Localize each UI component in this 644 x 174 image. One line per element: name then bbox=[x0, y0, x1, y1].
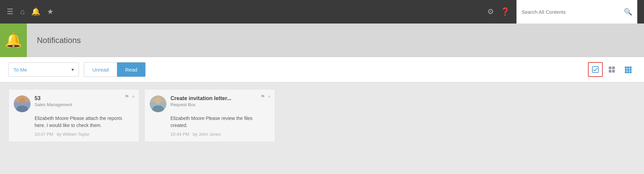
notification-card-1: 53 Sales Management ⚑ + Elizabeth Moore … bbox=[8, 89, 139, 142]
search-button[interactable]: 🔍 bbox=[624, 8, 632, 16]
card-actions-2: ⚑ + bbox=[260, 93, 271, 100]
bell-icon-box: 🔔 bbox=[0, 24, 27, 57]
bell-nav-icon[interactable]: 🔔 bbox=[31, 7, 40, 16]
read-tab[interactable]: Read bbox=[117, 62, 145, 77]
checkbox-view-icon bbox=[592, 66, 599, 73]
svg-rect-13 bbox=[630, 71, 632, 73]
card-footer-2: 10:44 PM by John Jones bbox=[150, 132, 270, 137]
card-body-1: Elizabeth Moore Please attach the report… bbox=[14, 115, 134, 129]
chevron-down-icon: ▾ bbox=[71, 67, 74, 72]
card-time-1: 10:47 PM bbox=[35, 132, 53, 137]
svg-rect-0 bbox=[592, 67, 598, 73]
card-info-1: 53 Sales Management bbox=[35, 95, 134, 107]
unread-tab[interactable]: Unread bbox=[84, 62, 117, 77]
menu-icon[interactable]: ☰ bbox=[7, 7, 13, 16]
nav-right-icons: ⚙ ❓ bbox=[487, 7, 510, 16]
grid2-view-button[interactable] bbox=[604, 62, 619, 77]
card-info-2: Create invitation letter... Request Box bbox=[170, 95, 270, 107]
add-button-2[interactable]: + bbox=[268, 93, 271, 100]
svg-rect-6 bbox=[627, 67, 629, 69]
svg-rect-2 bbox=[612, 67, 615, 69]
svg-rect-7 bbox=[630, 67, 632, 69]
card-category-2: Request Box bbox=[170, 102, 270, 107]
page-title: Notifications bbox=[37, 36, 81, 45]
person-body-icon-1 bbox=[16, 105, 28, 112]
svg-rect-11 bbox=[625, 71, 627, 73]
svg-rect-3 bbox=[609, 70, 611, 73]
card-number-1: 53 bbox=[35, 95, 134, 101]
card-footer-1: 10:47 PM by William Taylor bbox=[14, 132, 134, 137]
person-body-icon-2 bbox=[152, 105, 164, 112]
svg-rect-12 bbox=[627, 71, 629, 73]
notification-card-2: Create invitation letter... Request Box … bbox=[144, 89, 275, 142]
help-icon[interactable]: ❓ bbox=[501, 7, 510, 16]
star-icon[interactable]: ★ bbox=[47, 7, 54, 16]
dropdown-label: To Me bbox=[13, 67, 27, 73]
person-head-icon-2 bbox=[155, 98, 161, 104]
svg-rect-5 bbox=[625, 67, 627, 69]
avatar-2 bbox=[150, 95, 166, 112]
home-icon[interactable]: ⌂ bbox=[20, 7, 24, 16]
top-nav: ☰ ⌂ 🔔 ★ ⚙ ❓ 🔍 bbox=[0, 0, 644, 24]
svg-rect-8 bbox=[625, 69, 627, 71]
grid3-view-button[interactable] bbox=[621, 62, 636, 77]
view-icons bbox=[588, 62, 636, 77]
card-top-1: 53 Sales Management bbox=[14, 95, 134, 112]
search-bar: 🔍 bbox=[516, 0, 637, 24]
add-button-1[interactable]: + bbox=[132, 93, 135, 100]
tab-group: Unread Read bbox=[84, 62, 146, 77]
svg-rect-1 bbox=[609, 67, 611, 69]
flag-button-1[interactable]: ⚑ bbox=[125, 93, 129, 100]
svg-rect-10 bbox=[630, 69, 632, 71]
card-top-2: Create invitation letter... Request Box bbox=[150, 95, 270, 112]
flag-button-2[interactable]: ⚑ bbox=[260, 93, 265, 100]
page-header: 🔔 Notifications bbox=[0, 24, 644, 57]
card-category-1: Sales Management bbox=[35, 102, 134, 107]
grid2-view-icon bbox=[608, 66, 615, 73]
checkbox-view-button[interactable] bbox=[588, 62, 603, 77]
card-by-1: by William Taylor bbox=[57, 132, 90, 137]
card-actions-1: ⚑ + bbox=[125, 93, 135, 100]
filter-row: To Me ▾ Unread Read bbox=[0, 57, 644, 82]
bell-large-icon: 🔔 bbox=[5, 32, 22, 48]
card-time-2: 10:44 PM bbox=[170, 132, 189, 137]
card-by-2: by John Jones bbox=[193, 132, 221, 137]
card-title-2: Create invitation letter... bbox=[170, 95, 270, 101]
gear-icon[interactable]: ⚙ bbox=[487, 7, 494, 16]
card-body-2: Elizabeth Moore Please review the files … bbox=[150, 115, 270, 129]
person-head-icon-1 bbox=[19, 98, 25, 104]
search-input[interactable] bbox=[522, 9, 624, 15]
to-me-dropdown[interactable]: To Me ▾ bbox=[8, 62, 79, 77]
content-area: 53 Sales Management ⚑ + Elizabeth Moore … bbox=[0, 82, 644, 149]
search-icon: 🔍 bbox=[624, 8, 632, 15]
grid3-view-icon bbox=[625, 66, 632, 73]
avatar-1 bbox=[14, 95, 31, 112]
svg-rect-4 bbox=[612, 70, 615, 73]
svg-rect-9 bbox=[627, 69, 629, 71]
